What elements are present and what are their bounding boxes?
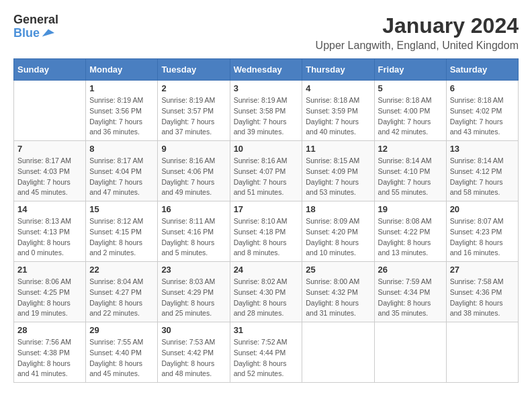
calendar-cell: 21Sunrise: 8:06 AM Sunset: 4:25 PM Dayli… [14, 262, 86, 322]
calendar-cell: 27Sunrise: 7:58 AM Sunset: 4:36 PM Dayli… [446, 262, 518, 322]
calendar-cell: 26Sunrise: 7:59 AM Sunset: 4:34 PM Dayli… [374, 262, 446, 322]
day-info: Sunrise: 7:55 AM Sunset: 4:40 PM Dayligh… [89, 337, 154, 379]
calendar-day-header: Saturday [446, 59, 518, 81]
day-info: Sunrise: 8:18 AM Sunset: 4:00 PM Dayligh… [378, 95, 443, 138]
calendar-week-row: 28Sunrise: 7:56 AM Sunset: 4:38 PM Dayli… [14, 322, 519, 383]
day-info: Sunrise: 8:09 AM Sunset: 4:20 PM Dayligh… [306, 216, 370, 259]
calendar-cell: 1Sunrise: 8:19 AM Sunset: 3:56 PM Daylig… [86, 81, 158, 141]
calendar-cell [446, 322, 518, 383]
calendar-cell: 29Sunrise: 7:55 AM Sunset: 4:40 PM Dayli… [86, 322, 158, 383]
calendar-cell: 23Sunrise: 8:03 AM Sunset: 4:29 PM Dayli… [158, 262, 230, 322]
day-number: 16 [161, 204, 226, 214]
day-info: Sunrise: 8:14 AM Sunset: 4:12 PM Dayligh… [450, 156, 515, 198]
calendar-header-row: SundayMondayTuesdayWednesdayThursdayFrid… [14, 59, 519, 81]
calendar-cell: 18Sunrise: 8:09 AM Sunset: 4:20 PM Dayli… [302, 201, 374, 262]
day-number: 3 [234, 83, 299, 93]
title-section: January 2024 Upper Langwith, England, Un… [316, 13, 519, 52]
calendar-day-header: Tuesday [158, 59, 230, 81]
calendar-cell: 22Sunrise: 8:04 AM Sunset: 4:27 PM Dayli… [86, 262, 158, 322]
calendar-cell: 25Sunrise: 8:00 AM Sunset: 4:32 PM Dayli… [302, 262, 374, 322]
day-info: Sunrise: 8:16 AM Sunset: 4:07 PM Dayligh… [234, 156, 299, 198]
day-number: 18 [306, 204, 370, 214]
calendar-cell: 28Sunrise: 7:56 AM Sunset: 4:38 PM Dayli… [14, 322, 86, 383]
day-number: 1 [89, 83, 154, 93]
calendar-cell: 31Sunrise: 7:52 AM Sunset: 4:44 PM Dayli… [230, 322, 302, 383]
calendar-cell: 20Sunrise: 8:07 AM Sunset: 4:23 PM Dayli… [446, 201, 518, 262]
day-number: 9 [161, 144, 226, 154]
calendar-cell: 16Sunrise: 8:11 AM Sunset: 4:16 PM Dayli… [158, 201, 230, 262]
calendar-cell: 14Sunrise: 8:13 AM Sunset: 4:13 PM Dayli… [14, 201, 86, 262]
day-info: Sunrise: 8:19 AM Sunset: 3:58 PM Dayligh… [234, 95, 299, 138]
day-number: 15 [89, 204, 154, 214]
day-info: Sunrise: 8:12 AM Sunset: 4:15 PM Dayligh… [89, 216, 154, 259]
day-number: 11 [306, 144, 370, 154]
day-number: 21 [17, 265, 82, 275]
day-info: Sunrise: 8:07 AM Sunset: 4:23 PM Dayligh… [450, 216, 515, 259]
day-info: Sunrise: 8:02 AM Sunset: 4:30 PM Dayligh… [234, 277, 299, 319]
day-number: 27 [450, 265, 515, 275]
day-info: Sunrise: 8:15 AM Sunset: 4:09 PM Dayligh… [306, 156, 370, 198]
day-info: Sunrise: 8:14 AM Sunset: 4:10 PM Dayligh… [378, 156, 443, 198]
day-info: Sunrise: 7:58 AM Sunset: 4:36 PM Dayligh… [450, 277, 515, 319]
day-number: 28 [17, 325, 82, 335]
day-info: Sunrise: 8:19 AM Sunset: 3:56 PM Dayligh… [89, 95, 154, 138]
day-info: Sunrise: 8:11 AM Sunset: 4:16 PM Dayligh… [161, 216, 226, 259]
day-number: 8 [89, 144, 154, 154]
calendar-cell: 17Sunrise: 8:10 AM Sunset: 4:18 PM Dayli… [230, 201, 302, 262]
day-info: Sunrise: 8:10 AM Sunset: 4:18 PM Dayligh… [234, 216, 299, 259]
day-number: 5 [378, 83, 443, 93]
logo-general-text: General [13, 13, 58, 26]
calendar-week-row: 14Sunrise: 8:13 AM Sunset: 4:13 PM Dayli… [14, 201, 519, 262]
day-info: Sunrise: 8:16 AM Sunset: 4:06 PM Dayligh… [161, 156, 226, 198]
day-number: 25 [306, 265, 370, 275]
logo: General Blue [13, 13, 58, 40]
calendar-day-header: Wednesday [230, 59, 302, 81]
day-number: 23 [161, 265, 226, 275]
svg-marker-0 [42, 30, 54, 37]
calendar-cell: 6Sunrise: 8:18 AM Sunset: 4:02 PM Daylig… [446, 81, 518, 141]
day-number: 2 [161, 83, 226, 93]
day-number: 10 [234, 144, 299, 154]
calendar-cell [374, 322, 446, 383]
logo-icon [40, 26, 54, 40]
day-info: Sunrise: 7:59 AM Sunset: 4:34 PM Dayligh… [378, 277, 443, 319]
day-info: Sunrise: 8:17 AM Sunset: 4:03 PM Dayligh… [17, 156, 82, 198]
month-title: January 2024 [316, 13, 519, 38]
day-number: 31 [234, 325, 299, 335]
day-info: Sunrise: 8:00 AM Sunset: 4:32 PM Dayligh… [306, 277, 370, 319]
calendar-week-row: 1Sunrise: 8:19 AM Sunset: 3:56 PM Daylig… [14, 81, 519, 141]
calendar-day-header: Thursday [302, 59, 374, 81]
day-number: 19 [378, 204, 443, 214]
page-header: General Blue January 2024 Upper Langwith… [13, 13, 519, 52]
calendar-table: SundayMondayTuesdayWednesdayThursdayFrid… [13, 58, 519, 383]
day-info: Sunrise: 8:13 AM Sunset: 4:13 PM Dayligh… [17, 216, 82, 259]
day-info: Sunrise: 7:56 AM Sunset: 4:38 PM Dayligh… [17, 337, 82, 379]
calendar-cell: 4Sunrise: 8:18 AM Sunset: 3:59 PM Daylig… [302, 81, 374, 141]
calendar-day-header: Monday [86, 59, 158, 81]
day-info: Sunrise: 8:04 AM Sunset: 4:27 PM Dayligh… [89, 277, 154, 319]
day-number: 17 [234, 204, 299, 214]
calendar-cell: 5Sunrise: 8:18 AM Sunset: 4:00 PM Daylig… [374, 81, 446, 141]
calendar-cell: 24Sunrise: 8:02 AM Sunset: 4:30 PM Dayli… [230, 262, 302, 322]
day-number: 12 [378, 144, 443, 154]
day-info: Sunrise: 8:06 AM Sunset: 4:25 PM Dayligh… [17, 277, 82, 319]
day-number: 14 [17, 204, 82, 214]
day-info: Sunrise: 7:53 AM Sunset: 4:42 PM Dayligh… [161, 337, 226, 379]
calendar-cell: 12Sunrise: 8:14 AM Sunset: 4:10 PM Dayli… [374, 141, 446, 201]
day-info: Sunrise: 8:19 AM Sunset: 3:57 PM Dayligh… [161, 95, 226, 138]
day-number: 22 [89, 265, 154, 275]
logo-blue-text: Blue [13, 27, 40, 39]
calendar-cell [14, 81, 86, 141]
calendar-cell: 15Sunrise: 8:12 AM Sunset: 4:15 PM Dayli… [86, 201, 158, 262]
calendar-day-header: Friday [374, 59, 446, 81]
day-number: 29 [89, 325, 154, 335]
day-number: 6 [450, 83, 515, 93]
calendar-cell: 7Sunrise: 8:17 AM Sunset: 4:03 PM Daylig… [14, 141, 86, 201]
calendar-cell: 8Sunrise: 8:17 AM Sunset: 4:04 PM Daylig… [86, 141, 158, 201]
day-info: Sunrise: 8:03 AM Sunset: 4:29 PM Dayligh… [161, 277, 226, 319]
day-number: 7 [17, 144, 82, 154]
day-number: 20 [450, 204, 515, 214]
day-number: 30 [161, 325, 226, 335]
calendar-cell: 9Sunrise: 8:16 AM Sunset: 4:06 PM Daylig… [158, 141, 230, 201]
day-number: 24 [234, 265, 299, 275]
